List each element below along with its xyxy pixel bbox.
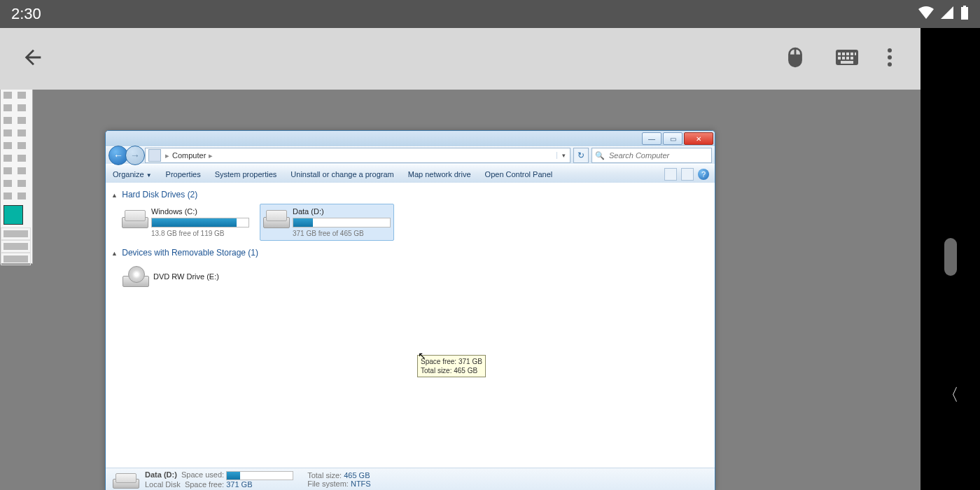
- tool-icon[interactable]: [15, 190, 29, 202]
- overflow-menu-button[interactable]: [887, 47, 892, 71]
- drive-c-free-text: 13.8 GB free of 119 GB: [151, 230, 249, 237]
- details-pane: Data (D:) Space used: Local Disk Space f…: [106, 468, 715, 490]
- tool-icon[interactable]: [15, 177, 29, 190]
- details-total-size: 465 GB: [344, 471, 370, 479]
- nav-home-pill[interactable]: [944, 238, 957, 276]
- tool-icon[interactable]: [15, 102, 29, 114]
- dvd-icon: [122, 266, 148, 287]
- nav-forward-button[interactable]: →: [125, 146, 145, 165]
- cmd-uninstall[interactable]: Uninstall or change a program: [284, 170, 400, 178]
- minimize-button[interactable]: —: [642, 132, 662, 145]
- app-toolbar: [0, 28, 920, 90]
- mouse-mode-button[interactable]: [783, 46, 807, 72]
- group-removable-storage[interactable]: ▲ Devices with Removable Storage (1): [111, 248, 709, 258]
- address-dropdown[interactable]: ▾: [556, 152, 570, 159]
- battery-icon: [960, 6, 969, 22]
- tool-icon[interactable]: [1, 139, 15, 152]
- svg-rect-6: [838, 57, 841, 59]
- collapse-icon: ▲: [111, 192, 118, 199]
- tool-icon[interactable]: [15, 139, 29, 152]
- search-icon: 🔍: [595, 151, 605, 160]
- svg-rect-2: [842, 52, 845, 55]
- cmd-map-drive[interactable]: Map network drive: [401, 170, 478, 178]
- breadcrumb-computer[interactable]: Computer: [171, 151, 207, 160]
- tool-icon[interactable]: [1, 89, 15, 102]
- tool-icon[interactable]: [1, 127, 15, 139]
- status-time: 2:30: [11, 5, 41, 23]
- drive-d-usage-bar: [293, 218, 391, 227]
- drive-c[interactable]: Windows (C:) 13.8 GB free of 119 GB: [118, 204, 253, 241]
- tool-icon[interactable]: [1, 190, 15, 202]
- svg-rect-7: [842, 57, 845, 59]
- tool-row[interactable]: [1, 227, 31, 240]
- drive-c-label: Windows (C:): [151, 207, 249, 216]
- close-button[interactable]: ✕: [684, 132, 713, 145]
- tool-icon[interactable]: [1, 152, 15, 164]
- collapse-icon: ▲: [111, 250, 118, 257]
- svg-rect-5: [855, 52, 856, 55]
- tool-icon[interactable]: [15, 89, 29, 102]
- wifi-icon: [918, 6, 934, 22]
- tooltip-total-size: Total size: 465 GB: [421, 366, 482, 375]
- tool-icon[interactable]: [15, 127, 29, 139]
- maximize-button[interactable]: ▭: [663, 132, 682, 145]
- svg-rect-4: [850, 52, 853, 55]
- view-options-button[interactable]: [664, 168, 677, 181]
- computer-icon: [148, 149, 161, 162]
- cmd-organize[interactable]: Organize▼: [106, 170, 159, 178]
- breadcrumb-sep: ▸: [207, 151, 214, 160]
- hdd-icon: [113, 470, 138, 489]
- group-hard-disk-drives[interactable]: ▲ Hard Disk Drives (2): [111, 190, 709, 200]
- hdd-icon: [122, 207, 147, 228]
- svg-rect-15: [961, 7, 968, 20]
- signal-icon: [941, 6, 953, 22]
- drive-tooltip: Space free: 371 GB Total size: 465 GB: [417, 355, 486, 377]
- app-back-button[interactable]: [21, 46, 45, 72]
- keyboard-button[interactable]: [835, 49, 859, 69]
- svg-point-12: [888, 55, 892, 59]
- device-dvd[interactable]: DVD RW Drive (E:): [118, 262, 709, 291]
- tool-row[interactable]: [1, 240, 31, 253]
- preview-pane-button[interactable]: [681, 168, 694, 181]
- svg-rect-3: [846, 52, 849, 55]
- explorer-navbar: ← → ▸ Computer ▸ ▾ ↻ 🔍: [106, 146, 715, 164]
- drive-d-label: Data (D:): [293, 207, 391, 216]
- drive-d[interactable]: Data (D:) 371 GB free of 465 GB: [260, 204, 394, 241]
- address-bar[interactable]: ▸ Computer ▸ ▾: [145, 148, 570, 163]
- tool-icon[interactable]: [1, 114, 15, 127]
- svg-rect-10: [841, 61, 853, 64]
- svg-rect-14: [963, 6, 966, 7]
- details-filesystem: NTFS: [351, 479, 371, 488]
- tool-row[interactable]: [1, 253, 31, 265]
- drive-d-free-text: 371 GB free of 465 GB: [293, 230, 391, 237]
- details-usage-bar: [226, 471, 293, 480]
- details-space-free: 371 GB: [226, 480, 252, 489]
- cmd-control-panel[interactable]: Open Control Panel: [478, 170, 560, 178]
- svg-rect-9: [850, 57, 853, 59]
- bgapp-toolbox: [0, 63, 33, 264]
- cmd-system-properties[interactable]: System properties: [208, 170, 284, 178]
- android-nav-rail: 〈: [920, 28, 980, 490]
- explorer-content: ▲ Hard Disk Drives (2) Windows (C:) 13.8…: [106, 183, 715, 468]
- android-status-bar: 2:30: [0, 0, 980, 28]
- explorer-window: — ▭ ✕ ← → ▸ Computer ▸ ▾ ↻ 🔍 Organize▼ P…: [105, 130, 715, 490]
- tool-icon[interactable]: [15, 164, 29, 177]
- details-type: Local Disk: [145, 480, 181, 489]
- window-titlebar[interactable]: — ▭ ✕: [106, 131, 715, 146]
- search-input[interactable]: [608, 150, 711, 160]
- tool-icon[interactable]: [15, 152, 29, 164]
- search-box[interactable]: 🔍: [592, 148, 712, 163]
- tooltip-space-free: Space free: 371 GB: [421, 357, 482, 366]
- cmd-properties[interactable]: Properties: [159, 170, 208, 178]
- tool-icon[interactable]: [1, 102, 15, 114]
- tool-icon[interactable]: [1, 164, 15, 177]
- help-button[interactable]: ?: [698, 169, 709, 180]
- refresh-button[interactable]: ↻: [573, 148, 589, 163]
- svg-point-11: [888, 48, 892, 52]
- tool-icon[interactable]: [15, 114, 29, 127]
- color-swatch[interactable]: [4, 205, 23, 225]
- nav-back-chevron-icon[interactable]: 〈: [942, 384, 959, 406]
- drive-c-usage-bar: [151, 218, 249, 227]
- tool-icon[interactable]: [1, 177, 15, 190]
- svg-point-13: [888, 62, 892, 66]
